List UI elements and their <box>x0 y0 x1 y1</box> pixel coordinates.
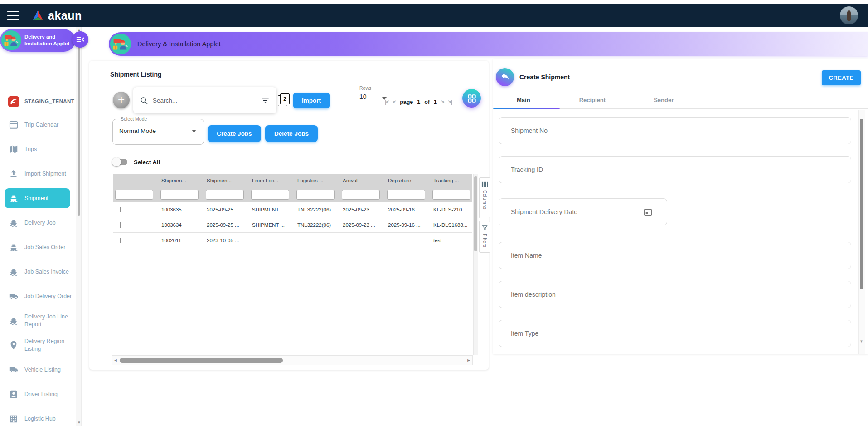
columns-tab-label: Columns <box>482 190 487 210</box>
truck-icon <box>8 291 19 302</box>
filters-tab[interactable]: Filters <box>479 221 490 253</box>
shipment-delivery-date-field-wrap <box>499 198 667 225</box>
cell-from-location: SHIPMENT ... <box>249 222 295 228</box>
cell-shipment-no: 1003634 <box>159 222 204 228</box>
top-navbar: akaun <box>0 4 868 27</box>
grid-icon <box>467 93 477 103</box>
id-badge-icon <box>8 389 19 400</box>
item-type-field[interactable] <box>499 329 851 338</box>
sidebar-item-import-shipment[interactable]: Import Shipment <box>0 162 76 186</box>
sidebar-item-label: Job Delivery Order <box>24 293 73 300</box>
sidebar-item-job-sales-order[interactable]: Job Sales Order <box>0 235 76 260</box>
sidebar-item-label: Shipment <box>24 195 70 202</box>
select-mode-label: Select Mode <box>118 116 149 122</box>
brand-name: akaun <box>48 9 82 22</box>
create-button[interactable]: CREATE <box>822 70 861 85</box>
sidebar-item-label: Import Shipment <box>24 170 73 178</box>
delivery-applet-icon <box>1 30 21 50</box>
prev-page-button[interactable]: < <box>393 99 396 105</box>
sidebar-scrollbar: ▲ ▼ <box>76 27 82 426</box>
sidebar-item-delivery-job-line-report[interactable]: Delivery Job Line Report <box>0 308 76 333</box>
shipment-table: Shipmen... Shipmen... From Loc... Logist… <box>113 174 472 248</box>
column-filter-input[interactable] <box>342 190 380 200</box>
sidebar-item-driver-listing[interactable]: Driver Listing <box>0 382 76 406</box>
tab-main[interactable]: Main <box>517 97 530 103</box>
column-header: Shipmen... <box>204 178 249 183</box>
import-button[interactable]: Import <box>293 93 330 108</box>
item-description-field[interactable] <box>499 290 851 299</box>
tab-sender[interactable]: Sender <box>654 97 674 103</box>
scrollbar-thumb[interactable] <box>78 34 80 216</box>
sidebar-item-trip-calendar[interactable]: Trip Calendar <box>0 113 76 137</box>
sidebar-item-shipment[interactable]: Shipment <box>5 188 70 208</box>
map-icon <box>8 144 19 155</box>
column-filter-input[interactable] <box>160 190 199 200</box>
sidebar-item-job-sales-invoice[interactable]: Job Sales Invoice <box>0 260 76 284</box>
filter-icon[interactable] <box>261 96 270 105</box>
item-name-field[interactable] <box>499 251 851 260</box>
ship-icon <box>8 217 19 228</box>
row-checkbox[interactable] <box>120 207 121 212</box>
column-filter-input[interactable] <box>251 190 289 200</box>
scrollbar-thumb[interactable] <box>120 358 283 363</box>
hamburger-menu-icon[interactable] <box>7 11 19 20</box>
select-all-toggle[interactable] <box>112 157 128 166</box>
applet-header-bar: Delivery & Installation Applet <box>109 32 868 56</box>
create-shipment-panel: Create Shipment CREATE Main Recipient Se… <box>493 59 868 354</box>
user-avatar[interactable] <box>840 6 858 24</box>
last-page-button[interactable]: >| <box>448 99 452 105</box>
total-pages: 1 <box>434 99 437 105</box>
shipment-no-field[interactable] <box>499 127 851 135</box>
applet-switcher[interactable]: Delivery and Installation Applet <box>0 29 75 52</box>
column-header: Tracking ... <box>431 178 472 183</box>
create-jobs-button[interactable]: Create Jobs <box>208 125 261 142</box>
first-page-button[interactable]: |< <box>385 99 389 105</box>
delete-jobs-button[interactable]: Delete Jobs <box>265 125 318 142</box>
back-button[interactable] <box>496 68 514 86</box>
table-row[interactable]: 1002011 2023-10-05 ... test <box>113 233 472 248</box>
table-vertical-scrollbar <box>473 174 478 355</box>
shipment-no-field-wrap <box>499 117 851 144</box>
current-page: 1 <box>417 99 420 105</box>
column-filter-input[interactable] <box>296 190 335 200</box>
rows-per-page-select[interactable]: Rows 10 <box>359 85 388 111</box>
cell-tracking: test <box>431 238 472 243</box>
calendar-icon[interactable] <box>643 207 653 217</box>
pagination: |< < page 1 of 1 > >| <box>385 99 452 105</box>
row-checkbox[interactable] <box>120 222 121 228</box>
column-filter-input[interactable] <box>115 190 153 200</box>
select-mode-dropdown[interactable]: Select Mode Normal Mode <box>112 119 204 145</box>
tab-recipient[interactable]: Recipient <box>579 97 606 103</box>
sidebar-item-logistic-hub[interactable]: Logistic Hub <box>0 406 76 426</box>
sidebar-item-delivery-job[interactable]: Delivery Job <box>0 211 76 235</box>
scrollbar-thumb[interactable] <box>474 176 477 251</box>
column-filter-input[interactable] <box>206 190 244 200</box>
row-checkbox[interactable] <box>120 238 121 243</box>
scroll-right-arrow[interactable]: ► <box>465 358 472 362</box>
add-shipment-button[interactable]: + <box>113 92 130 108</box>
search-input[interactable] <box>152 97 261 104</box>
table-row[interactable]: 1003634 2025-09-25 ... SHIPMENT ... TNL3… <box>113 217 472 233</box>
table-row[interactable]: 1003635 2025-09-25 ... SHIPMENT ... TNL3… <box>113 202 472 217</box>
grid-view-button[interactable] <box>462 89 481 108</box>
sidebar-item-vehicle-listing[interactable]: Vehicle Listing <box>0 357 76 382</box>
sidebar-collapse-button[interactable] <box>72 31 88 48</box>
sidebar-item-staging-tenant[interactable]: STAGING_TENANT <box>0 91 76 113</box>
scrollbar-thumb[interactable] <box>860 119 863 289</box>
shipment-delivery-date-field[interactable] <box>499 208 667 216</box>
back-arrow-icon <box>500 72 510 82</box>
column-filter-input[interactable] <box>387 190 425 200</box>
sidebar-item-job-delivery-order[interactable]: Job Delivery Order <box>0 284 76 308</box>
calendar-icon <box>8 119 19 130</box>
scroll-left-arrow[interactable]: ◄ <box>112 358 119 362</box>
sidebar-item-delivery-region-listing[interactable]: Delivery Region Listing <box>0 333 76 357</box>
scroll-down-arrow[interactable]: ▼ <box>76 421 82 425</box>
tracking-id-field[interactable] <box>499 166 851 174</box>
columns-tab[interactable]: Columns <box>479 177 490 218</box>
next-page-button[interactable]: > <box>441 99 444 105</box>
column-filter-input[interactable] <box>432 190 470 200</box>
shipment-listing-card: Shipment Listing + 2 Import Rows 10 |< <… <box>89 61 489 370</box>
scroll-down-arrow[interactable]: ▼ <box>858 339 864 343</box>
sidebar-item-trips[interactable]: Trips <box>0 137 76 162</box>
duplicate-view-button[interactable]: 2 <box>278 93 290 106</box>
